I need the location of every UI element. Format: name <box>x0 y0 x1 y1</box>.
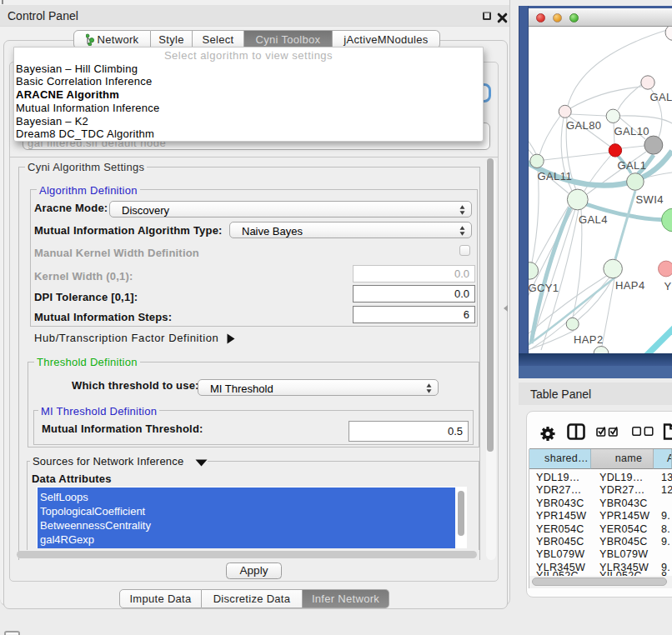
svg-text:GAL2: GAL2 <box>650 91 672 103</box>
svg-text:GCY1: GCY1 <box>529 282 559 294</box>
svg-text:GAL4: GAL4 <box>579 213 608 226</box>
svg-text:SWI4: SWI4 <box>636 193 664 206</box>
svg-text:YD: YD <box>664 280 672 292</box>
svg-text:GAL11: GAL11 <box>538 170 573 182</box>
svg-text:HAP4: HAP4 <box>615 279 645 292</box>
svg-text:GAL10: GAL10 <box>614 125 649 138</box>
svg-text:HAP2: HAP2 <box>574 333 604 346</box>
svg-text:GAL1: GAL1 <box>618 159 647 172</box>
svg-text:GAL80: GAL80 <box>566 119 601 132</box>
